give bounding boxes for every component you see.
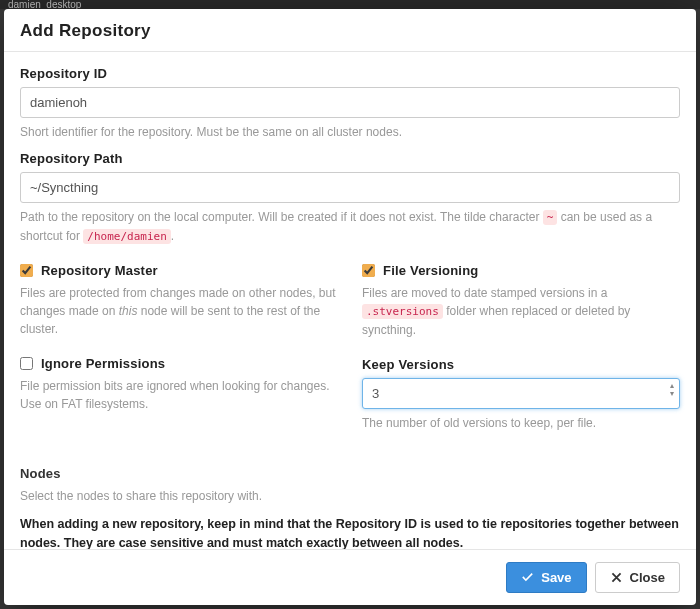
keep-versions-input[interactable]: [362, 378, 680, 409]
stversions-code: .stversions: [362, 304, 443, 319]
repository-master-help: Files are protected from changes made on…: [20, 284, 338, 338]
repository-path-group: Repository Path Path to the repository o…: [20, 151, 680, 245]
ignore-permissions-checkbox[interactable]: [20, 357, 33, 370]
file-versioning-label: File Versioning: [383, 263, 478, 278]
nodes-heading: Nodes: [20, 466, 680, 481]
modal-header: Add Repository: [4, 9, 696, 52]
modal-title: Add Repository: [20, 21, 680, 41]
check-icon: [521, 571, 534, 584]
add-repository-modal: Add Repository Repository ID Short ident…: [4, 9, 696, 605]
file-versioning-block: File Versioning Files are moved to date …: [362, 263, 680, 339]
keep-versions-help: The number of old versions to keep, per …: [362, 414, 680, 432]
home-path-code: /home/damien: [83, 229, 170, 244]
repository-path-input[interactable]: [20, 172, 680, 203]
ignore-permissions-help: File permission bits are ignored when lo…: [20, 377, 338, 413]
repository-id-help: Short identifier for the repository. Mus…: [20, 123, 680, 141]
nodes-help: Select the nodes to share this repositor…: [20, 487, 680, 505]
ignore-permissions-block: Ignore Permissions File permission bits …: [20, 356, 338, 413]
close-button[interactable]: Close: [595, 562, 680, 593]
repository-id-input[interactable]: [20, 87, 680, 118]
repository-id-note: When adding a new repository, keep in mi…: [20, 515, 680, 550]
repository-id-group: Repository ID Short identifier for the r…: [20, 66, 680, 141]
file-versioning-checkbox[interactable]: [362, 264, 375, 277]
chevron-down-icon[interactable]: ▾: [670, 390, 674, 398]
keep-versions-stepper[interactable]: ▴ ▾: [670, 382, 674, 398]
keep-versions-block: Keep Versions ▴ ▾ The number of old vers…: [362, 357, 680, 432]
save-button[interactable]: Save: [506, 562, 586, 593]
window-backdrop-hint: damien_desktop: [0, 0, 700, 9]
repository-master-checkbox[interactable]: [20, 264, 33, 277]
repository-id-label: Repository ID: [20, 66, 680, 81]
close-icon: [610, 571, 623, 584]
repository-path-help: Path to the repository on the local comp…: [20, 208, 680, 245]
modal-body: Repository ID Short identifier for the r…: [4, 52, 696, 549]
ignore-permissions-label: Ignore Permissions: [41, 356, 165, 371]
keep-versions-label: Keep Versions: [362, 357, 680, 372]
repository-path-label: Repository Path: [20, 151, 680, 166]
modal-footer: Save Close: [4, 549, 696, 605]
repository-master-label: Repository Master: [41, 263, 158, 278]
file-versioning-help: Files are moved to date stamped versions…: [362, 284, 680, 339]
tilde-code: ~: [543, 210, 558, 225]
repository-master-block: Repository Master Files are protected fr…: [20, 263, 338, 338]
